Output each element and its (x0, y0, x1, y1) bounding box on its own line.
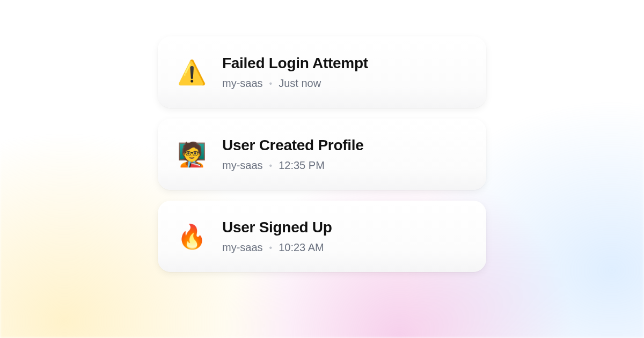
event-card-body: User Created Profile my-saas • 12:35 PM (222, 137, 364, 172)
event-time: 12:35 PM (279, 159, 325, 172)
event-meta: my-saas • Just now (222, 77, 368, 90)
event-card[interactable]: ⚠️ Failed Login Attempt my-saas • Just n… (158, 36, 486, 108)
event-title: User Created Profile (222, 137, 364, 154)
event-meta: my-saas • 10:23 AM (222, 241, 332, 254)
meta-separator: • (269, 243, 273, 253)
teacher-icon: 🧑‍🏫 (177, 140, 206, 169)
event-source: my-saas (222, 159, 263, 172)
event-title: User Signed Up (222, 219, 332, 236)
event-source: my-saas (222, 77, 263, 90)
event-source: my-saas (222, 241, 263, 254)
event-time: Just now (279, 77, 321, 90)
event-card-list: ⚠️ Failed Login Attempt my-saas • Just n… (158, 36, 486, 272)
meta-separator: • (269, 79, 273, 89)
event-time: 10:23 AM (279, 241, 324, 254)
fire-icon: 🔥 (177, 222, 206, 251)
event-card-body: Failed Login Attempt my-saas • Just now (222, 55, 368, 90)
warning-icon: ⚠️ (177, 58, 206, 87)
event-meta: my-saas • 12:35 PM (222, 159, 364, 172)
event-card[interactable]: 🧑‍🏫 User Created Profile my-saas • 12:35… (158, 119, 486, 190)
event-card-body: User Signed Up my-saas • 10:23 AM (222, 219, 332, 254)
event-title: Failed Login Attempt (222, 55, 368, 72)
event-card[interactable]: 🔥 User Signed Up my-saas • 10:23 AM (158, 201, 486, 272)
meta-separator: • (269, 161, 273, 171)
